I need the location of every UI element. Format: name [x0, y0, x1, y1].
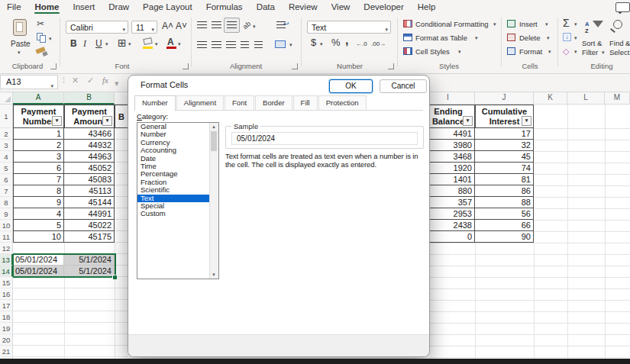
underline-button[interactable]: U — [95, 38, 102, 49]
row-header-6[interactable]: 6 — [0, 174, 13, 185]
row-header-13[interactable]: 13 — [0, 254, 13, 266]
cell-B8[interactable]: 45144 — [64, 197, 115, 208]
row-header-4[interactable]: 4 — [0, 151, 13, 163]
percent-style-icon[interactable]: % — [331, 37, 341, 48]
row-header-8[interactable]: 8 — [0, 197, 13, 208]
find-select-label-2[interactable]: Select — [609, 48, 629, 56]
row-header-3[interactable]: 3 — [0, 140, 13, 151]
row-header-11[interactable]: 11 — [0, 231, 13, 243]
column-header-L[interactable]: L — [567, 92, 605, 105]
cell-B10[interactable]: 45022 — [64, 220, 115, 231]
menu-tab-draw[interactable]: Draw — [102, 0, 136, 14]
merge-chevron-icon[interactable]: ▾ — [289, 42, 292, 48]
category-scrollbar[interactable]: ▲ ▼ — [209, 123, 218, 279]
font-color-chevron-icon[interactable]: ▾ — [178, 41, 181, 47]
format-cells-icon[interactable] — [507, 47, 515, 55]
filter-button[interactable]: ▾ — [102, 116, 112, 126]
orientation-chevron-icon[interactable]: ▾ — [253, 24, 256, 30]
filter-button[interactable]: ▾ — [522, 116, 531, 126]
comma-style-icon[interactable]: , — [345, 35, 348, 46]
find-select-label-1[interactable]: Find & — [609, 39, 630, 47]
row-header-2[interactable]: 2 — [0, 128, 13, 140]
category-option-accounting[interactable]: Accounting — [137, 147, 218, 154]
fill-down-icon[interactable]: ↓ — [563, 33, 571, 41]
align-bottom-active-box[interactable] — [224, 18, 240, 33]
menu-tab-view[interactable]: View — [325, 0, 357, 14]
cell-J7[interactable]: 86 — [475, 185, 534, 197]
format-label[interactable]: Format — [519, 47, 542, 56]
borders-icon[interactable]: ⊞ — [118, 37, 127, 48]
cell-J8[interactable]: 88 — [475, 197, 534, 208]
select-all-corner[interactable] — [0, 92, 13, 105]
font-size-combo[interactable]: 11 — [131, 21, 157, 34]
category-listbox[interactable]: GeneralNumberCurrencyAccountingDateTimeP… — [137, 122, 219, 279]
align-center-icon[interactable] — [212, 41, 221, 48]
menu-tab-formulas[interactable]: Formulas — [199, 0, 250, 14]
column-header-B[interactable]: B — [64, 92, 115, 105]
row-header-7[interactable]: 7 — [0, 185, 13, 197]
fx-chevron-icon[interactable]: ▾ — [115, 79, 119, 89]
menu-tab-data[interactable]: Data — [250, 0, 282, 14]
scroll-down-icon[interactable]: ▼ — [210, 271, 218, 279]
cell-J6[interactable]: 81 — [475, 174, 534, 185]
conditional-formatting-label[interactable]: Conditional Formatting — [415, 20, 489, 28]
decrease-indent-icon[interactable] — [241, 41, 249, 48]
ok-button[interactable]: OK — [329, 79, 373, 93]
conditional-formatting-icon[interactable] — [403, 20, 412, 27]
name-box[interactable]: A13 ▾ — [0, 75, 58, 89]
accounting-format-icon[interactable]: $ — [311, 37, 316, 48]
row-header-14[interactable]: 14 — [0, 266, 13, 277]
cell-B6[interactable]: 45083 — [64, 174, 115, 185]
row-header-18[interactable]: 18 — [0, 311, 13, 323]
autosum-chevron-icon[interactable]: ▾ — [574, 21, 577, 27]
font-color-icon[interactable]: A — [167, 37, 174, 47]
cell-B5[interactable]: 45052 — [64, 163, 115, 174]
copy-chevron-icon[interactable]: ▾ — [49, 36, 52, 42]
number-format-combo[interactable]: Text — [307, 21, 391, 34]
font-name-combo[interactable]: Calibri — [66, 21, 128, 34]
shrink-font-icon[interactable]: A˅ — [176, 21, 187, 31]
cell-B9[interactable]: 44991 — [64, 208, 115, 220]
merge-center-icon[interactable] — [275, 40, 286, 48]
filter-funnel-icon[interactable] — [593, 21, 603, 27]
scroll-thumb[interactable] — [211, 131, 217, 151]
name-box-chevron-icon[interactable]: ▾ — [50, 79, 53, 92]
cancel-entry-icon[interactable]: ✕ — [72, 76, 79, 85]
filter-button[interactable]: ▾ — [52, 116, 62, 126]
cell-A7[interactable]: 8 — [13, 185, 64, 197]
category-option-scientific[interactable]: Scientific — [137, 186, 218, 194]
row-header-20[interactable]: 20 — [0, 334, 13, 346]
cell-A8[interactable]: 9 — [13, 197, 64, 208]
filter-button[interactable]: ▾ — [463, 116, 473, 126]
row-header-16[interactable]: 16 — [0, 288, 13, 300]
row-header-21[interactable]: 21 — [0, 346, 13, 357]
cell-A10[interactable]: 5 — [13, 220, 64, 231]
menu-tab-insert[interactable]: Insert — [66, 0, 102, 14]
menu-tab-home[interactable]: Home — [28, 0, 66, 14]
number-dialog-launcher[interactable] — [388, 63, 394, 69]
cell-A11[interactable]: 10 — [13, 231, 64, 243]
cell-J4[interactable]: 45 — [475, 151, 534, 163]
font-dialog-launcher[interactable] — [183, 63, 189, 69]
cell-A5[interactable]: 6 — [13, 163, 64, 174]
paste-button[interactable]: Paste ▾ — [8, 18, 34, 61]
dialog-tab-fill[interactable]: Fill — [293, 95, 318, 110]
clear-icon[interactable]: ◇ — [563, 46, 569, 56]
cell-J5[interactable]: 74 — [475, 163, 534, 174]
cell-A9[interactable]: 4 — [13, 208, 64, 220]
accounting-chevron-icon[interactable]: ▾ — [320, 41, 323, 47]
clear-chevron-icon[interactable]: ▾ — [574, 49, 577, 55]
cut-icon[interactable]: ✂ — [37, 18, 44, 29]
format-as-table-icon[interactable] — [403, 34, 412, 41]
cell-J10[interactable]: 66 — [475, 220, 534, 231]
cell-B2[interactable]: 43466 — [64, 128, 115, 140]
italic-button[interactable]: I — [83, 38, 86, 49]
menu-tab-review[interactable]: Review — [282, 0, 325, 14]
sort-filter-label-2[interactable]: Filter — [582, 48, 598, 56]
align-middle-icon[interactable] — [212, 21, 221, 28]
row-header-12[interactable]: 12 — [0, 243, 13, 254]
cell-J3[interactable]: 32 — [475, 140, 534, 151]
cell-B3[interactable]: 44932 — [64, 140, 115, 151]
cell-A3[interactable]: 2 — [13, 140, 64, 151]
cancel-button[interactable]: Cancel — [380, 79, 427, 93]
